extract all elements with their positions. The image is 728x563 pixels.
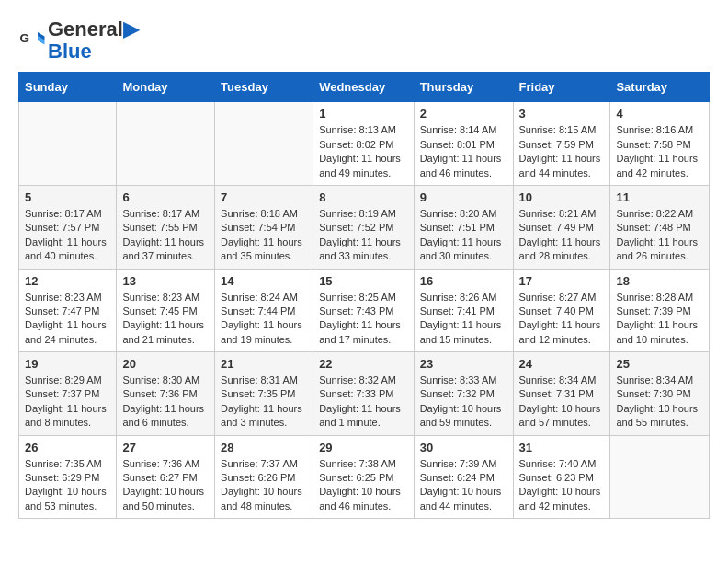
- day-number: 14: [221, 274, 307, 288]
- calendar-cell: 2Sunrise: 8:14 AM Sunset: 8:01 PM Daylig…: [414, 102, 513, 186]
- day-number: 19: [25, 357, 110, 371]
- day-number: 18: [616, 274, 703, 288]
- header-day-friday: Friday: [513, 73, 610, 102]
- day-number: 22: [319, 357, 408, 371]
- logo-icon: G: [18, 27, 46, 54]
- day-info: Sunrise: 8:21 AM Sunset: 7:49 PM Dayligh…: [519, 207, 605, 264]
- calendar-cell: 20Sunrise: 8:30 AM Sunset: 7:36 PM Dayli…: [117, 352, 215, 436]
- page-header: G General▶ Blue: [18, 18, 710, 63]
- day-number: 20: [122, 357, 209, 371]
- day-number: 13: [122, 274, 209, 288]
- calendar-cell: 7Sunrise: 8:18 AM Sunset: 7:54 PM Daylig…: [215, 185, 313, 269]
- day-info: Sunrise: 8:24 AM Sunset: 7:44 PM Dayligh…: [221, 291, 307, 348]
- day-info: Sunrise: 8:33 AM Sunset: 7:32 PM Dayligh…: [420, 373, 507, 431]
- day-number: 10: [519, 190, 605, 204]
- calendar-cell: 5Sunrise: 8:17 AM Sunset: 7:57 PM Daylig…: [19, 185, 117, 269]
- day-info: Sunrise: 8:17 AM Sunset: 7:57 PM Dayligh…: [25, 207, 110, 264]
- calendar-week-row: 26Sunrise: 7:35 AM Sunset: 6:29 PM Dayli…: [19, 435, 710, 519]
- day-number: 6: [122, 190, 209, 204]
- calendar-cell: 9Sunrise: 8:20 AM Sunset: 7:51 PM Daylig…: [414, 185, 513, 269]
- calendar-cell: 1Sunrise: 8:13 AM Sunset: 8:02 PM Daylig…: [313, 102, 415, 186]
- day-number: 15: [319, 274, 408, 288]
- header-day-sunday: Sunday: [19, 73, 117, 102]
- calendar-cell: 4Sunrise: 8:16 AM Sunset: 7:58 PM Daylig…: [610, 102, 710, 186]
- day-info: Sunrise: 8:29 AM Sunset: 7:37 PM Dayligh…: [25, 373, 110, 431]
- calendar-cell: 14Sunrise: 8:24 AM Sunset: 7:44 PM Dayli…: [215, 269, 313, 352]
- calendar-cell: 6Sunrise: 8:17 AM Sunset: 7:55 PM Daylig…: [117, 185, 215, 269]
- calendar-cell: [19, 102, 117, 186]
- calendar-cell: 30Sunrise: 7:39 AM Sunset: 6:24 PM Dayli…: [414, 435, 513, 519]
- day-number: 4: [616, 107, 703, 121]
- day-number: 2: [420, 107, 507, 121]
- calendar-cell: [215, 102, 313, 186]
- day-number: 7: [221, 190, 307, 204]
- day-info: Sunrise: 7:39 AM Sunset: 6:24 PM Dayligh…: [420, 457, 507, 514]
- header-day-thursday: Thursday: [414, 73, 513, 102]
- calendar-week-row: 19Sunrise: 8:29 AM Sunset: 7:37 PM Dayli…: [19, 352, 710, 436]
- day-number: 30: [420, 441, 507, 454]
- calendar-week-row: 12Sunrise: 8:23 AM Sunset: 7:47 PM Dayli…: [19, 269, 710, 352]
- day-number: 27: [122, 441, 209, 454]
- day-info: Sunrise: 8:30 AM Sunset: 7:36 PM Dayligh…: [122, 373, 209, 431]
- day-info: Sunrise: 7:37 AM Sunset: 6:26 PM Dayligh…: [221, 457, 307, 514]
- day-number: 29: [319, 441, 408, 454]
- day-info: Sunrise: 8:18 AM Sunset: 7:54 PM Dayligh…: [221, 207, 307, 264]
- calendar-cell: 18Sunrise: 8:28 AM Sunset: 7:39 PM Dayli…: [610, 269, 710, 352]
- svg-text:G: G: [20, 31, 30, 45]
- calendar-cell: 26Sunrise: 7:35 AM Sunset: 6:29 PM Dayli…: [19, 435, 117, 519]
- header-day-monday: Monday: [117, 73, 215, 102]
- day-info: Sunrise: 8:20 AM Sunset: 7:51 PM Dayligh…: [420, 207, 507, 264]
- day-info: Sunrise: 8:25 AM Sunset: 7:43 PM Dayligh…: [319, 291, 408, 348]
- calendar-cell: 8Sunrise: 8:19 AM Sunset: 7:52 PM Daylig…: [313, 185, 415, 269]
- day-info: Sunrise: 8:13 AM Sunset: 8:02 PM Dayligh…: [319, 123, 408, 180]
- day-info: Sunrise: 8:17 AM Sunset: 7:55 PM Dayligh…: [122, 207, 209, 264]
- logo-text: General▶ Blue: [48, 18, 139, 63]
- day-number: 21: [221, 357, 307, 371]
- day-number: 1: [319, 107, 408, 121]
- calendar-cell: 15Sunrise: 8:25 AM Sunset: 7:43 PM Dayli…: [313, 269, 415, 352]
- day-info: Sunrise: 7:38 AM Sunset: 6:25 PM Dayligh…: [319, 457, 408, 514]
- calendar-cell: 27Sunrise: 7:36 AM Sunset: 6:27 PM Dayli…: [117, 435, 215, 519]
- day-info: Sunrise: 8:27 AM Sunset: 7:40 PM Dayligh…: [519, 291, 605, 348]
- calendar-cell: 16Sunrise: 8:26 AM Sunset: 7:41 PM Dayli…: [414, 269, 513, 352]
- calendar-body: 1Sunrise: 8:13 AM Sunset: 8:02 PM Daylig…: [19, 102, 710, 519]
- day-number: 8: [319, 190, 408, 204]
- header-day-tuesday: Tuesday: [215, 73, 313, 102]
- day-info: Sunrise: 8:23 AM Sunset: 7:45 PM Dayligh…: [122, 291, 209, 348]
- day-number: 24: [519, 357, 605, 371]
- calendar-cell: 17Sunrise: 8:27 AM Sunset: 7:40 PM Dayli…: [513, 269, 610, 352]
- day-info: Sunrise: 8:22 AM Sunset: 7:48 PM Dayligh…: [616, 207, 703, 264]
- day-number: 5: [25, 190, 110, 204]
- day-number: 9: [420, 190, 507, 204]
- calendar-cell: 23Sunrise: 8:33 AM Sunset: 7:32 PM Dayli…: [414, 352, 513, 436]
- day-number: 16: [420, 274, 507, 288]
- day-info: Sunrise: 8:19 AM Sunset: 7:52 PM Dayligh…: [319, 207, 408, 264]
- header-day-saturday: Saturday: [610, 73, 710, 102]
- calendar-week-row: 1Sunrise: 8:13 AM Sunset: 8:02 PM Daylig…: [19, 102, 710, 186]
- calendar-cell: [117, 102, 215, 186]
- calendar-cell: 10Sunrise: 8:21 AM Sunset: 7:49 PM Dayli…: [513, 185, 610, 269]
- calendar-header-row: SundayMondayTuesdayWednesdayThursdayFrid…: [19, 73, 710, 102]
- day-info: Sunrise: 8:31 AM Sunset: 7:35 PM Dayligh…: [221, 373, 307, 431]
- calendar-cell: [610, 435, 710, 519]
- day-number: 3: [519, 107, 605, 121]
- day-number: 26: [25, 441, 110, 454]
- day-info: Sunrise: 8:23 AM Sunset: 7:47 PM Dayligh…: [25, 291, 110, 348]
- day-info: Sunrise: 7:35 AM Sunset: 6:29 PM Dayligh…: [25, 457, 110, 514]
- calendar-cell: 28Sunrise: 7:37 AM Sunset: 6:26 PM Dayli…: [215, 435, 313, 519]
- calendar-cell: 24Sunrise: 8:34 AM Sunset: 7:31 PM Dayli…: [513, 352, 610, 436]
- day-number: 28: [221, 441, 307, 454]
- day-info: Sunrise: 8:26 AM Sunset: 7:41 PM Dayligh…: [420, 291, 507, 348]
- calendar-cell: 11Sunrise: 8:22 AM Sunset: 7:48 PM Dayli…: [610, 185, 710, 269]
- calendar-cell: 22Sunrise: 8:32 AM Sunset: 7:33 PM Dayli…: [313, 352, 415, 436]
- day-number: 12: [25, 274, 110, 288]
- day-info: Sunrise: 8:28 AM Sunset: 7:39 PM Dayligh…: [616, 291, 703, 348]
- day-info: Sunrise: 8:14 AM Sunset: 8:01 PM Dayligh…: [420, 123, 507, 180]
- calendar-week-row: 5Sunrise: 8:17 AM Sunset: 7:57 PM Daylig…: [19, 185, 710, 269]
- day-number: 23: [420, 357, 507, 371]
- calendar-cell: 19Sunrise: 8:29 AM Sunset: 7:37 PM Dayli…: [19, 352, 117, 436]
- calendar-cell: 25Sunrise: 8:34 AM Sunset: 7:30 PM Dayli…: [610, 352, 710, 436]
- calendar-cell: 12Sunrise: 8:23 AM Sunset: 7:47 PM Dayli…: [19, 269, 117, 352]
- calendar-cell: 21Sunrise: 8:31 AM Sunset: 7:35 PM Dayli…: [215, 352, 313, 436]
- day-number: 25: [616, 357, 703, 371]
